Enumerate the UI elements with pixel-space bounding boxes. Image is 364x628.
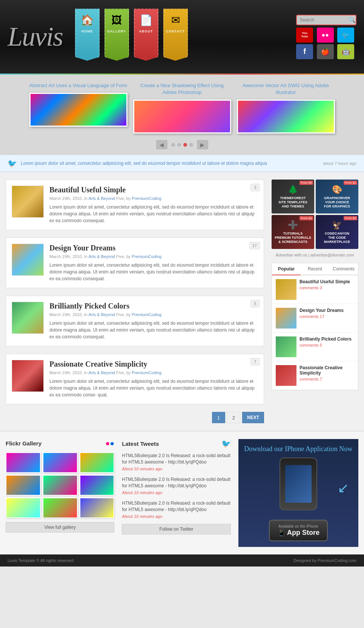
tutorials-label: tutorialsPremium Tutorials& Screencasts	[275, 232, 311, 244]
page-1-btn[interactable]: 1	[212, 412, 225, 423]
flickr-link[interactable]: ●●	[317, 28, 334, 43]
slide-2[interactable]: Create a Nice Shadowing Effect Using Ado…	[133, 82, 231, 134]
themeforest-label: themeforestSite Templatesand Themes	[278, 196, 307, 208]
post-3-title[interactable]: Brilliantly Picked Colors	[49, 302, 258, 310]
nav-contact[interactable]: ✉ CONTACT	[162, 9, 189, 58]
search-icon[interactable]: 🔍	[349, 17, 355, 23]
iphone-arrow-icon: ↙	[338, 480, 349, 496]
flickr-logo: ●●	[105, 439, 114, 448]
appstore-button[interactable]: Available on the iPhone 📱 App Store	[269, 520, 328, 541]
flickr-thumb-9[interactable]	[80, 497, 115, 518]
post-2-title[interactable]: Design Your Dreams	[49, 244, 258, 252]
nav-home[interactable]: 🏠 HOME	[74, 9, 100, 58]
slider-items: Abstract Art Uses a Visual Language of F…	[6, 82, 358, 134]
twitter-widget-icon: 🐦	[221, 439, 231, 448]
facebook-link[interactable]: f	[296, 44, 313, 59]
post-1-category[interactable]: Arts & Beyond	[88, 196, 115, 201]
post-2-category[interactable]: Arts & Beyond	[88, 254, 115, 259]
sidebar-post-1[interactable]: Beautiful Useful Simple comments 3	[272, 275, 358, 304]
ad-codecanyon[interactable]: From $5 🦅 codecanyonThe CodeMarketplace	[316, 215, 358, 249]
contact-icon: ✉	[171, 14, 180, 26]
post-4-title[interactable]: Passionate Creative Simplicity	[49, 360, 258, 369]
sidebar-post-1-title: Beautiful Useful Simple	[299, 279, 354, 284]
sidebar-post-2[interactable]: Design Your Dreams comments 17	[272, 304, 358, 333]
social-links: YouTube ●● 🐦 f 🍎 🤖	[296, 28, 356, 59]
post-4-content: Passionate Creative Simplicity March 19t…	[49, 360, 258, 398]
sidebar-post-3[interactable]: Brilliantly Picked Colors comments 5	[272, 333, 358, 361]
sidebar-thumb-4	[276, 365, 296, 386]
advertise-text[interactable]: Advertise with us | advertise@domain.com	[272, 253, 358, 257]
post-2-author[interactable]: PremiumCoding	[132, 254, 161, 259]
follow-twitter-btn[interactable]: Follow on Twitter	[122, 524, 230, 534]
flickr-thumb-4[interactable]	[6, 475, 41, 496]
slider-controls: ◀ ▶	[6, 138, 358, 151]
apple-link[interactable]: 🍎	[317, 44, 334, 59]
post-1-comments: 3	[250, 184, 260, 191]
flickr-thumb-3[interactable]	[80, 452, 115, 473]
tweets-title: Latest Tweets 🐦	[122, 439, 230, 448]
youtube-icon: YouTube	[301, 32, 308, 38]
sidebar-post-3-info: Brilliantly Picked Colors comments 5	[299, 336, 354, 357]
site-logo[interactable]: Luvis	[8, 21, 63, 52]
nav-gallery[interactable]: 🖼 GALLERY	[103, 9, 130, 58]
about-icon: 📄	[140, 14, 153, 26]
header-right: 🔍 YouTube ●● 🐦 f 🍎 🤖	[296, 15, 356, 59]
appstore-label: Available on the iPhone	[277, 524, 319, 528]
iphone-image	[280, 458, 317, 510]
slider-prev[interactable]: ◀	[156, 140, 167, 149]
ad-graphicriver[interactable]: From $1 🎨 graphicriverYour Choicefor Gra…	[316, 180, 358, 213]
post-4-author[interactable]: PremiumCoding	[132, 370, 161, 375]
sidebar-thumb-1	[276, 279, 296, 300]
twitter-link[interactable]: 🐦	[337, 28, 354, 43]
slide-3[interactable]: Awesome Vector Art DWG Using Adobe Illus…	[237, 82, 335, 134]
codecanyon-label: codecanyonThe CodeMarketplace	[324, 232, 350, 244]
tab-popular[interactable]: Popular	[272, 263, 301, 275]
post-3-meta: March 19th, 2010, In Arts & Beyond Five,…	[49, 312, 258, 317]
tutorials-from: From $3	[299, 216, 313, 220]
post-1-title[interactable]: Beautiful Useful Simple	[49, 186, 258, 194]
dot-4[interactable]	[189, 143, 193, 147]
ad-themeforest[interactable]: From $5 🌲 themeforestSite Templatesand T…	[272, 180, 314, 213]
dot-1[interactable]	[171, 143, 175, 147]
sidebar-post-4-title: Passionate Creative Simplicity	[299, 365, 354, 376]
sidebar-post-4[interactable]: Passionate Creative Simplicity comments …	[272, 361, 358, 390]
slider-next[interactable]: ▶	[197, 140, 208, 149]
flickr-thumb-5[interactable]	[43, 475, 78, 496]
ticker-text: Lorem ipsum dolor sit amet, consectetur …	[21, 161, 319, 166]
slide-1[interactable]: Abstract Art Uses a Visual Language of F…	[29, 82, 127, 134]
android-link[interactable]: 🤖	[337, 44, 354, 59]
flickr-thumb-1[interactable]	[6, 452, 41, 473]
dot-3[interactable]	[183, 143, 187, 147]
page-next-btn[interactable]: NEXT	[242, 412, 264, 423]
sidebar-tab-header: Popular Recent Comments	[272, 263, 358, 275]
view-gallery-btn[interactable]: View full gallery	[6, 522, 114, 533]
page-2-btn[interactable]: 2	[227, 412, 240, 423]
tab-recent[interactable]: Recent	[301, 263, 329, 275]
tweet-1-time: About 10 minutes ago	[122, 466, 230, 472]
flickr-thumb-7[interactable]	[6, 497, 41, 518]
youtube-link[interactable]: YouTube	[296, 28, 313, 43]
post-4-thumb	[12, 360, 44, 392]
post-4-category[interactable]: Arts & Beyond	[88, 370, 115, 375]
search-bar[interactable]: 🔍	[296, 15, 356, 25]
post-3-category[interactable]: Arts & Beyond	[88, 312, 115, 317]
post-1-author[interactable]: PremiumCoding	[132, 196, 161, 201]
post-3-author[interactable]: PremiumCoding	[132, 312, 161, 317]
ad-tutorials[interactable]: From $3 ➕ tutorialsPremium Tutorials& Sc…	[272, 215, 314, 249]
slide-1-image	[29, 93, 127, 127]
dot-2[interactable]	[177, 143, 181, 147]
tab-comments[interactable]: Comments	[329, 263, 358, 275]
blog-post-2: Design Your Dreams March 19th, 2010, In …	[6, 238, 264, 288]
ticker-bird-icon: 🐦	[8, 159, 17, 168]
post-2-content: Design Your Dreams March 19th, 2010, In …	[49, 244, 258, 282]
flickr-thumb-2[interactable]	[43, 452, 78, 473]
flickr-thumb-6[interactable]	[80, 475, 115, 496]
sidebar-tabs: Popular Recent Comments Beautiful Useful…	[272, 263, 358, 390]
nav-about[interactable]: 📄 ABOUT	[133, 9, 159, 58]
graphicriver-label: graphicriverYour Choicefor Graphics	[324, 196, 350, 208]
search-input[interactable]	[300, 17, 349, 23]
blog-post-4: Passionate Creative Simplicity March 19t…	[6, 354, 264, 404]
ad-grid: From $5 🌲 themeforestSite Templatesand T…	[272, 180, 358, 249]
flickr-thumb-8[interactable]	[43, 497, 78, 518]
twitter-ticker: 🐦 Lorem ipsum dolor sit amet, consectetu…	[0, 155, 364, 172]
